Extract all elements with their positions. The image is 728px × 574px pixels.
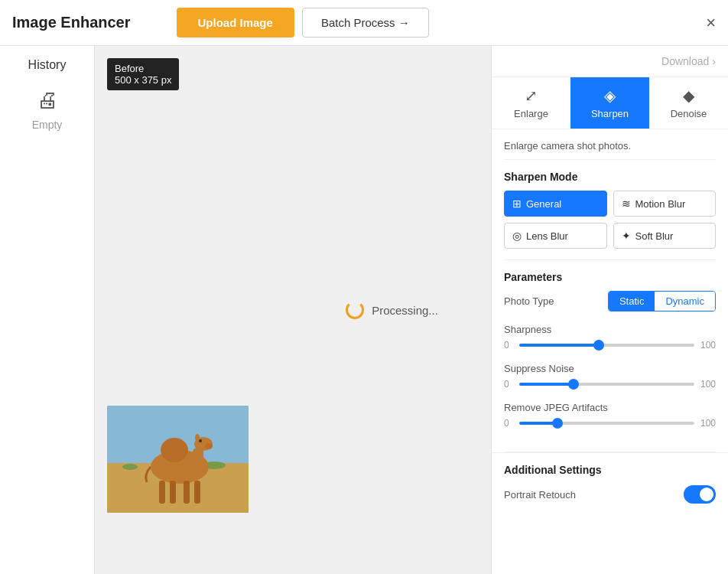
tab-sharpen[interactable]: ◈ Sharpen [570,77,649,129]
photo-type-row: Photo Type Static Dynamic [504,291,716,311]
download-bar: Download › [492,46,728,77]
suppress-noise-slider[interactable] [519,383,694,386]
download-arrow-icon: › [712,55,716,67]
dynamic-toggle-button[interactable]: Dynamic [655,292,715,311]
additional-settings-section: Additional Settings Portrait Retouch [492,452,728,514]
mode-soft-blur-button[interactable]: ✦ Soft Blur [613,223,717,249]
camera-desc: Enlarge camera shot photos. [504,140,716,152]
additional-settings-title: Additional Settings [504,464,716,476]
svg-point-5 [161,438,188,462]
portrait-retouch-label: Portrait Retouch [504,489,576,501]
processing-indicator: Processing... [346,301,438,319]
topbar: Image Enhancer Upload Image Batch Proces… [0,0,728,46]
suppress-noise-slider-row: 0 100 [504,379,716,390]
denoise-icon: ◆ [683,86,694,105]
processing-label: Processing... [372,304,438,317]
suppress-noise-group: Suppress Noise 0 100 [504,363,716,390]
portrait-retouch-row: Portrait Retouch [504,485,716,504]
close-button[interactable]: × [706,13,716,33]
sharpen-mode-title: Sharpen Mode [504,171,716,183]
portrait-retouch-toggle[interactable] [684,485,716,504]
history-label: History [28,58,67,72]
jpeg-artifacts-group: Remove JPEG Artifacts 0 100 [504,402,716,429]
download-button[interactable]: Download [661,55,709,67]
soft-blur-label: Soft Blur [635,230,674,242]
motion-blur-icon: ≋ [622,197,631,210]
photo-type-label: Photo Type [504,295,554,307]
general-icon: ⊞ [512,197,522,210]
enlarge-icon: ⤢ [525,86,538,105]
before-badge: Before 500 x 375 px [107,58,179,90]
svg-point-10 [195,434,200,442]
svg-point-8 [205,443,213,449]
sharpness-slider[interactable] [519,344,694,347]
topbar-actions: Upload Image Batch Process → [177,8,429,38]
panel-description-section: Enlarge camera shot photos. [492,129,728,159]
upload-button[interactable]: Upload Image [177,8,294,38]
sharpness-slider-row: 0 100 [504,340,716,351]
history-icon: 🖨 [37,87,58,113]
jpeg-artifacts-label: Remove JPEG Artifacts [504,402,716,413]
suppress-noise-max: 100 [700,379,716,390]
general-label: General [526,198,561,210]
photo-type-toggle: Static Dynamic [608,291,716,311]
sharpness-group: Sharpness 0 100 [504,324,716,351]
tab-denoise-label: Denoise [671,108,707,119]
sharpen-icon: ◈ [604,86,616,105]
mode-tabs: ⤢ Enlarge ◈ Sharpen ◆ Denoise [492,77,728,129]
svg-rect-14 [194,481,200,504]
svg-rect-13 [184,481,190,504]
svg-rect-12 [170,481,176,504]
camel-image [107,406,249,513]
sharpen-mode-section: Sharpen Mode ⊞ General ≋ Motion Blur ◎ L… [492,160,728,259]
before-label: Before [115,63,171,74]
mode-lens-blur-button[interactable]: ◎ Lens Blur [504,223,607,249]
lens-blur-icon: ◎ [512,230,522,242]
svg-point-3 [122,464,138,470]
after-panel: Processing... [293,46,491,574]
jpeg-artifacts-min: 0 [504,418,513,429]
tab-enlarge-label: Enlarge [514,108,548,119]
tab-denoise[interactable]: ◆ Denoise [649,77,728,129]
params-section: Parameters Photo Type Static Dynamic Sha… [492,260,728,452]
static-toggle-button[interactable]: Static [609,292,655,311]
tab-enlarge[interactable]: ⤢ Enlarge [492,77,570,129]
jpeg-artifacts-slider[interactable] [519,422,694,425]
sharpness-min: 0 [504,340,513,351]
suppress-noise-label: Suppress Noise [504,363,716,374]
main-layout: History 🖨 Empty Before 500 x 375 px [0,46,728,574]
before-dimensions: 500 x 375 px [115,74,171,86]
empty-label: Empty [32,119,63,131]
sharpness-label: Sharpness [504,324,716,335]
tab-sharpen-label: Sharpen [591,108,629,119]
before-panel: Before 500 x 375 px [95,46,293,574]
jpeg-artifacts-max: 100 [700,418,716,429]
svg-rect-6 [193,448,203,471]
svg-rect-11 [159,481,165,504]
motion-blur-label: Motion Blur [635,198,686,210]
params-title: Parameters [504,260,716,283]
mode-motion-blur-button[interactable]: ≋ Motion Blur [613,191,717,217]
sharpness-max: 100 [700,340,716,351]
svg-point-9 [199,439,202,442]
mode-general-button[interactable]: ⊞ General [504,191,607,217]
soft-blur-icon: ✦ [622,230,631,242]
app-title: Image Enhancer [12,14,131,31]
jpeg-artifacts-slider-row: 0 100 [504,418,716,429]
sharpen-mode-grid: ⊞ General ≋ Motion Blur ◎ Lens Blur ✦ So… [504,191,716,249]
lens-blur-label: Lens Blur [526,230,568,242]
image-area: Before 500 x 375 px [95,46,491,574]
suppress-noise-min: 0 [504,379,513,390]
spinner [346,301,364,319]
right-panel: Download › ⤢ Enlarge ◈ Sharpen ◆ Denoise… [491,46,728,574]
batch-process-button[interactable]: Batch Process → [302,8,429,38]
sidebar: History 🖨 Empty [0,46,95,574]
